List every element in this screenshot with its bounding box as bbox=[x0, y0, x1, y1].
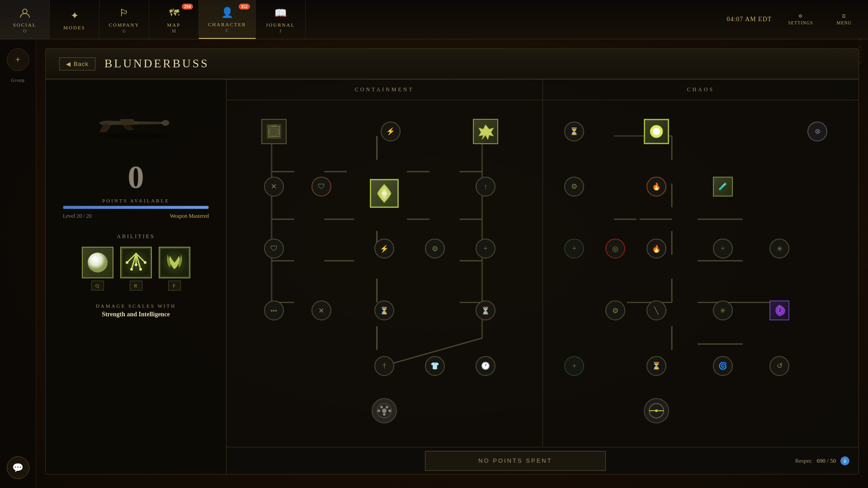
settings-icon: ⚙ bbox=[798, 14, 803, 19]
group-icon: + bbox=[15, 55, 20, 65]
svg-point-4 bbox=[88, 253, 108, 272]
chaos-node-fire2[interactable]: 🔥 bbox=[646, 239, 666, 258]
map-badge: 294 bbox=[182, 4, 193, 9]
containment-section: CONTAINMENT bbox=[226, 80, 543, 447]
chaos-node-gear[interactable]: ⚙ bbox=[564, 177, 584, 197]
chaos-node-slash[interactable]: ╲ bbox=[646, 300, 666, 320]
nav-item-map[interactable]: 294 🗺 MAP M bbox=[149, 0, 199, 39]
node-main-active[interactable] bbox=[370, 179, 399, 208]
containment-nodes: ⚡ bbox=[226, 100, 542, 445]
back-arrow-icon: ◀ bbox=[66, 61, 71, 67]
svg-point-41 bbox=[382, 408, 387, 413]
map-label: MAP bbox=[167, 22, 181, 28]
respec-currency-icon: 💧 bbox=[840, 456, 849, 465]
node-spiky-top[interactable] bbox=[473, 119, 498, 144]
skill-tree-sections: CONTAINMENT bbox=[226, 80, 859, 447]
bottom-bar: NO POINTS SPENT Respec 690 / 50 💧 bbox=[226, 447, 859, 474]
respec-area: Respec 690 / 50 💧 bbox=[795, 456, 849, 465]
node-cross[interactable]: ✕ bbox=[264, 177, 284, 197]
panel-body: 0 POINTS AVAILABLE Level 20 / 20 Weapon … bbox=[46, 80, 859, 474]
chaos-node-target[interactable]: ◎ bbox=[605, 239, 625, 258]
level-text: Level 20 / 20 bbox=[63, 213, 92, 220]
node-dagger[interactable]: † bbox=[374, 356, 394, 376]
ability-q-icon[interactable] bbox=[82, 247, 113, 278]
modes-icon: ✦ bbox=[67, 9, 82, 23]
ability-r-slot: R bbox=[120, 247, 152, 291]
social-label: SOCIAL bbox=[13, 22, 37, 28]
level-progress-bar bbox=[63, 206, 209, 209]
group-button[interactable]: + bbox=[7, 48, 29, 71]
chaos-node-sun[interactable] bbox=[644, 119, 669, 144]
node-hourglass-mid[interactable]: ⏳ bbox=[374, 300, 394, 320]
node-ball[interactable]: ●●● bbox=[264, 300, 284, 320]
node-gear-mid[interactable]: ⚙ bbox=[425, 239, 445, 258]
back-label: Back bbox=[74, 61, 89, 67]
panel-header: ◀ Back BLUNDERBUSS bbox=[46, 49, 859, 80]
chaos-node-plus2[interactable]: + bbox=[564, 239, 584, 258]
top-navigation: SOCIAL O ✦ MODES 🏳 COMPANY G 294 🗺 MAP M… bbox=[0, 0, 868, 39]
ability-f-icon[interactable] bbox=[159, 247, 190, 278]
ability-r-key: R bbox=[130, 281, 142, 291]
chat-button[interactable]: 💬 bbox=[7, 456, 29, 479]
ability-r-icon[interactable] bbox=[120, 247, 152, 278]
node-bottom-big[interactable] bbox=[372, 398, 397, 423]
respec-values: 690 / 50 bbox=[816, 457, 836, 465]
nav-item-social[interactable]: SOCIAL O bbox=[0, 0, 50, 39]
chaos-node-plus4[interactable]: + bbox=[564, 356, 584, 376]
chaos-node-hourglass2[interactable]: ⏳ bbox=[646, 356, 666, 376]
node-lightning-mid[interactable]: ⚡ bbox=[374, 239, 394, 258]
svg-point-14 bbox=[126, 261, 128, 264]
node-clock-right[interactable]: 🕐 bbox=[476, 356, 495, 376]
node-containment-1[interactable] bbox=[261, 119, 287, 144]
node-lightning-top[interactable]: ⚡ bbox=[381, 122, 401, 141]
chaos-node-bottle[interactable]: 🧪 bbox=[713, 177, 733, 197]
chaos-node-swirl2[interactable]: 🌀 bbox=[713, 356, 733, 376]
settings-button[interactable]: ⚙ SETTINGS bbox=[781, 10, 820, 29]
character-key: C bbox=[226, 28, 229, 33]
menu-button[interactable]: ☰ MENU bbox=[830, 10, 859, 29]
node-shirt[interactable]: 👕 bbox=[425, 356, 445, 376]
node-shield[interactable]: 🛡 bbox=[311, 177, 331, 197]
social-key: O bbox=[23, 28, 26, 33]
svg-point-15 bbox=[139, 268, 142, 271]
chaos-node-plus3[interactable]: + bbox=[713, 239, 733, 258]
chaos-section: CHAOS bbox=[543, 80, 859, 447]
node-hourglass-right[interactable]: ⏳ bbox=[476, 300, 495, 320]
node-plus-mid[interactable]: + bbox=[476, 239, 495, 258]
panel: ◀ Back BLUNDERBUSS bbox=[45, 48, 859, 474]
chaos-node-wing[interactable]: ↺ bbox=[769, 356, 789, 376]
node-arrow-up[interactable]: ↑ bbox=[476, 177, 495, 197]
nav-item-modes[interactable]: ✦ MODES bbox=[50, 0, 99, 39]
chaos-node-bottom[interactable] bbox=[644, 398, 669, 423]
svg-point-42 bbox=[380, 406, 383, 408]
level-info: Level 20 / 20 Weapon Mastered bbox=[63, 213, 209, 220]
social-icon bbox=[18, 6, 32, 20]
points-available-label: POINTS AVAILABLE bbox=[102, 198, 170, 203]
chaos-node-gray-big[interactable]: ⊗ bbox=[807, 122, 827, 141]
chaos-node-fire[interactable]: 🔥 bbox=[646, 177, 666, 197]
node-shield2[interactable]: 🛡 bbox=[264, 239, 284, 258]
chaos-node-hourglass[interactable]: ⏳ bbox=[564, 122, 584, 141]
chaos-node-purple-swirl[interactable] bbox=[769, 300, 789, 320]
character-panel: 0 POINTS AVAILABLE Level 20 / 20 Weapon … bbox=[46, 80, 226, 474]
modes-label: MODES bbox=[63, 25, 85, 30]
abilities-row: Q bbox=[82, 247, 190, 291]
page-title: BLUNDERBUSS bbox=[104, 57, 209, 70]
ability-f-key: F bbox=[168, 281, 181, 291]
nav-item-journal[interactable]: 📖 JOURNAL J bbox=[256, 0, 306, 39]
svg-point-39 bbox=[382, 192, 386, 195]
menu-icon: ☰ bbox=[842, 14, 846, 19]
map-key: M bbox=[172, 28, 176, 33]
back-button[interactable]: ◀ Back bbox=[59, 57, 95, 70]
chaos-title: CHAOS bbox=[543, 80, 859, 100]
company-icon: 🏳 bbox=[117, 6, 132, 20]
no-points-button[interactable]: NO POINTS SPENT bbox=[425, 451, 606, 471]
node-x2[interactable]: ✕ bbox=[311, 300, 331, 320]
chaos-node-star2[interactable]: ✳ bbox=[713, 300, 733, 320]
ability-q-key: Q bbox=[91, 281, 104, 291]
nav-item-company[interactable]: 🏳 COMPANY G bbox=[99, 0, 149, 39]
weapon-mastered-text: Weapon Mastered bbox=[170, 213, 209, 220]
chaos-node-explode[interactable]: ✳ bbox=[769, 239, 789, 258]
nav-item-character[interactable]: 352 👤 CHARACTER C bbox=[199, 0, 256, 39]
chaos-node-gear2[interactable]: ⚙ bbox=[605, 300, 625, 320]
